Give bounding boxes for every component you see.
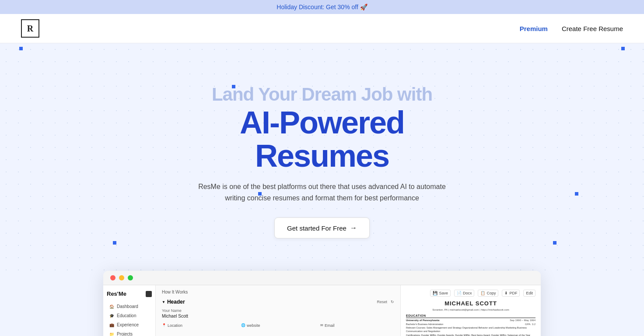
editor-col-location: 📍 Location (162, 322, 236, 328)
resume-contact: Scranton, PA | michaelscott@gmail.com | … (406, 308, 536, 312)
experience-icon: 💼 (109, 323, 114, 327)
resume-education-title: EDUCATION (406, 314, 536, 318)
sidebar-item-label: Projects (117, 332, 133, 336)
save-button[interactable]: 💾 Save (430, 290, 451, 297)
editor-tab-label[interactable]: How It Works (162, 290, 188, 294)
sidebar-item-dashboard[interactable]: 🏠 Dashboard (107, 302, 152, 311)
name-field-value[interactable]: Michael Scott (162, 314, 394, 318)
sidebar-item-experience[interactable]: 💼 Experience (107, 321, 152, 329)
holiday-banner: Holiday Discount: Get 30% off 🚀 (0, 0, 644, 14)
browser-dot-minimize (119, 275, 124, 280)
cta-label: Get started For Free (287, 224, 346, 232)
premium-link[interactable]: Premium (520, 25, 548, 32)
email-field[interactable]: ✉ Email (320, 323, 335, 328)
editor-col-website: 🌐 website (241, 322, 315, 328)
name-field-label: Your Name (162, 308, 394, 313)
website-field[interactable]: 🌐 website (241, 323, 260, 328)
resume-content: MICHAEL SCOTT Scranton, PA | michaelscot… (406, 300, 536, 336)
resume-degree: Bachelor's Business Administration (406, 323, 443, 326)
resume-courses: Relevant Courses: Sales Management and S… (406, 326, 536, 332)
hero-eyebrow: Land Your Dream Job with (169, 84, 475, 105)
logo-letter: R (27, 24, 33, 34)
website-icon: 🌐 (241, 323, 245, 327)
corner-dot-2 (621, 47, 625, 50)
resume-school: University of Pennsylvania (406, 319, 439, 322)
sidebar-brand: Res'Me (107, 290, 152, 297)
corner-dot-5 (575, 192, 578, 196)
reset-button[interactable]: Reset (377, 300, 387, 304)
hero-title: AI-Powered Resumes (169, 106, 475, 172)
education-icon: 🎓 (109, 314, 114, 318)
editor-section-header: ▼ Header Reset ↻ (162, 299, 394, 305)
sidebar-item-label: Dashboard (117, 304, 138, 309)
create-resume-link[interactable]: Create Free Resume (562, 25, 623, 32)
save-icon: 💾 (433, 291, 438, 295)
resume-gpa: GPA: 3.2 (525, 323, 536, 326)
browser-chrome (103, 271, 541, 285)
sidebar-toggle-icon[interactable] (146, 291, 152, 297)
docx-button[interactable]: 📄 Docx (454, 290, 475, 297)
editor-tabs: How It Works (162, 290, 394, 294)
refresh-icon[interactable]: ↻ (391, 300, 394, 304)
banner-text: Holiday Discount: Get 30% off 🚀 (276, 4, 367, 10)
hero-subtitle: ResMe is one of the best platforms out t… (195, 181, 449, 203)
preview-toolbar: 💾 Save 📄 Docx 📋 Copy ⬇ PDF (406, 290, 536, 297)
editor-actions: Reset ↻ (377, 300, 394, 304)
nav-links: Premium Create Free Resume (520, 25, 623, 32)
sidebar-item-label: Education (117, 313, 136, 318)
app-editor: How It Works ▼ Header Reset ↻ Your Name … (156, 285, 401, 336)
docx-icon: 📄 (457, 291, 462, 295)
preview-section: Res'Me 🏠 Dashboard 🎓 Education 💼 Experie… (0, 271, 644, 336)
sidebar-brand-name: Res'Me (107, 290, 126, 297)
resume-education-dates: Sep 1990 – May 1994 (510, 319, 536, 322)
edit-button[interactable]: Edit (523, 290, 536, 297)
app-preview: 💾 Save 📄 Docx 📋 Copy ⬇ PDF (401, 285, 541, 336)
cta-arrow-icon: → (350, 224, 357, 232)
home-icon: 🏠 (109, 304, 114, 309)
corner-dot-7 (553, 241, 556, 245)
resume-name: MICHAEL SCOTT (406, 300, 536, 308)
copy-icon: 📋 (480, 291, 485, 295)
editor-col-email: ✉ Email (320, 322, 394, 328)
resume-certs: Certifications: Dunder Mifflin: Dunder A… (406, 334, 536, 336)
pdf-button[interactable]: ⬇ PDF (502, 290, 520, 297)
sidebar-item-label: Experience (117, 322, 139, 327)
location-field[interactable]: 📍 Location (162, 323, 182, 328)
browser-mockup: Res'Me 🏠 Dashboard 🎓 Education 💼 Experie… (103, 271, 541, 336)
logo[interactable]: R (21, 19, 39, 38)
hero-section: Land Your Dream Job with AI-Powered Resu… (0, 43, 644, 271)
sidebar-item-education[interactable]: 🎓 Education (107, 312, 152, 320)
email-icon: ✉ (320, 323, 323, 327)
projects-icon: 📁 (109, 332, 114, 336)
browser-dot-close (110, 275, 116, 280)
editor-section-title: ▼ Header (162, 299, 185, 305)
corner-dot-6 (113, 241, 116, 245)
hero-content: Land Your Dream Job with AI-Powered Resu… (169, 84, 475, 239)
resume-education-row: University of Pennsylvania Sep 1990 – Ma… (406, 319, 536, 322)
app-layout: Res'Me 🏠 Dashboard 🎓 Education 💼 Experie… (103, 285, 541, 336)
sidebar-item-projects[interactable]: 📁 Projects (107, 330, 152, 336)
browser-dot-maximize (128, 275, 133, 280)
location-icon: 📍 (162, 323, 166, 327)
chevron-down-icon: ▼ (162, 300, 165, 304)
corner-dot-1 (19, 47, 23, 50)
copy-button[interactable]: 📋 Copy (478, 290, 498, 297)
editor-row-contact: 📍 Location 🌐 website ✉ Email (162, 322, 394, 328)
pdf-icon: ⬇ (504, 291, 508, 295)
resume-degree-row: Bachelor's Business Administration GPA: … (406, 323, 536, 326)
app-sidebar: Res'Me 🏠 Dashboard 🎓 Education 💼 Experie… (103, 285, 156, 336)
get-started-button[interactable]: Get started For Free → (274, 217, 370, 238)
navbar: R Premium Create Free Resume (0, 14, 644, 43)
